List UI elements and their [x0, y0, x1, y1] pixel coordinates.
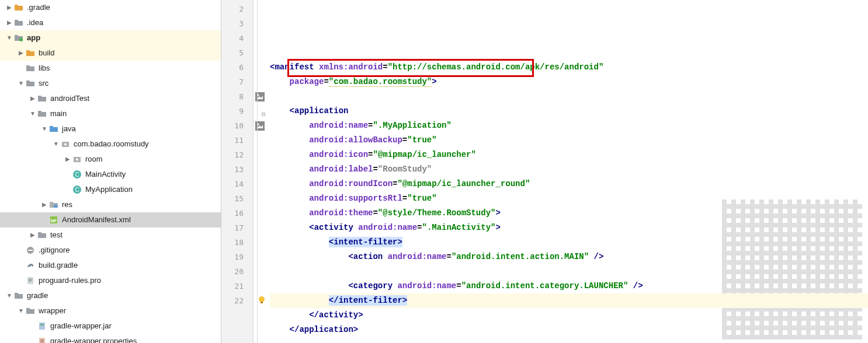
tree-node-label: libs — [39, 61, 50, 76]
chevron-down-icon[interactable]: ▼ — [18, 76, 25, 91]
code-line[interactable]: android:label="RoomStudy" — [270, 162, 868, 177]
folder-gray-icon — [26, 306, 35, 316]
tree-node-gradle-wrapper-properties[interactable]: ▶gradle-wrapper.properties — [0, 334, 221, 343]
tree-node-label: app — [27, 30, 40, 46]
code-line[interactable]: <category android:name="android.intent.c… — [270, 279, 868, 293]
code-editor[interactable]: <manifest xmlns:android="http://schemas.… — [254, 0, 868, 343]
chevron-down-icon[interactable]: ▼ — [41, 121, 48, 136]
project-tree[interactable]: ▶.gradle▶.idea▼app▶build▶libs▼src▶androi… — [0, 0, 221, 343]
tree-node--gradle[interactable]: ▶.gradle — [0, 0, 221, 15]
tree-node-com-badao-roomstudy[interactable]: ▼com.badao.roomstudy — [0, 136, 221, 152]
tree-node-room[interactable]: ▶room — [0, 152, 221, 167]
code-line[interactable]: android:roundIcon="@mipmap/ic_launcher_r… — [270, 177, 868, 191]
tree-node-build-gradle[interactable]: ▶build.gradle — [0, 258, 221, 273]
editor-gutter: 2345678910111213141516171819202122 — [221, 0, 254, 343]
gutter-line-number: 18 — [221, 235, 253, 250]
gutter-line-number: 4 — [221, 31, 253, 46]
chevron-down-icon[interactable]: ▼ — [18, 303, 25, 318]
code-line[interactable]: <activity android:name=".MainActivity"> — [270, 220, 868, 235]
svg-rect-16 — [29, 280, 32, 281]
chevron-down-icon[interactable]: ▼ — [6, 30, 13, 46]
svg-text:C: C — [75, 187, 79, 193]
tree-node-label: gradle-wrapper.properties — [50, 334, 137, 343]
class-icon: C — [72, 185, 82, 194]
tree-node-myapplication[interactable]: ▶CMyApplication — [0, 182, 221, 197]
folder-res-icon — [49, 200, 58, 209]
code-line[interactable]: package="com.badao.roomstudy"> — [270, 75, 868, 89]
package-icon — [61, 139, 70, 149]
code-line[interactable]: </application> — [270, 323, 868, 337]
chevron-right-icon[interactable]: ▶ — [18, 46, 25, 61]
tree-node-label: .idea — [27, 15, 43, 30]
tree-node-java[interactable]: ▼java — [0, 121, 221, 136]
class-icon: C — [72, 170, 82, 179]
svg-rect-22 — [40, 340, 44, 340]
tree-node-res[interactable]: ▶res — [0, 197, 221, 212]
gutter-line-number: 13 — [221, 162, 253, 177]
folder-gray-icon — [26, 64, 35, 73]
tree-node-androidtest[interactable]: ▶androidTest — [0, 91, 221, 106]
chevron-down-icon[interactable]: ▼ — [6, 288, 13, 303]
folder-gray-icon — [14, 291, 23, 300]
chevron-right-icon[interactable]: ▶ — [6, 0, 13, 15]
tree-node-libs[interactable]: ▶libs — [0, 61, 221, 76]
code-line[interactable] — [270, 337, 868, 343]
code-line[interactable]: android:icon="@mipmap/ic_launcher" — [270, 148, 868, 162]
chevron-down-icon[interactable]: ▼ — [53, 136, 60, 152]
code-line[interactable]: <action android:name="android.intent.act… — [270, 250, 868, 264]
tree-node-test[interactable]: ▶test — [0, 228, 221, 243]
tree-node-androidmanifest-xml[interactable]: ▶MFAndroidManifest.xml — [0, 212, 221, 228]
gutter-line-number: 9 — [221, 104, 253, 118]
tree-node-app[interactable]: ▼app — [0, 30, 221, 46]
code-line[interactable]: <intent-filter> — [270, 235, 868, 250]
tree-node-gradle-wrapper-jar[interactable]: ▶gradle-wrapper.jar — [0, 318, 221, 334]
code-line[interactable]: android:theme="@style/Theme.RoomStudy"> — [270, 206, 868, 220]
code-line[interactable]: android:allowBackup="true" — [270, 133, 868, 148]
code-line[interactable] — [270, 89, 868, 104]
svg-rect-24 — [40, 342, 44, 342]
tree-node-label: test — [50, 228, 63, 243]
code-line[interactable]: <application⊟ — [270, 104, 868, 118]
txt-icon — [26, 276, 35, 285]
intention-bulb-icon[interactable] — [257, 295, 266, 304]
tree-node--gitignore[interactable]: ▶.gitignore — [0, 243, 221, 258]
svg-rect-32 — [261, 302, 263, 303]
gutter-line-number: 19 — [221, 250, 253, 264]
svg-point-31 — [259, 296, 265, 302]
chevron-down-icon[interactable]: ▼ — [29, 106, 36, 121]
svg-point-0 — [19, 38, 23, 41]
svg-rect-17 — [29, 281, 31, 282]
tree-node-src[interactable]: ▼src — [0, 76, 221, 91]
svg-point-2 — [64, 144, 67, 146]
code-line[interactable]: </activity> — [270, 308, 868, 323]
gradle-icon — [26, 261, 35, 270]
tree-node-proguard-rules-pro[interactable]: ▶proguard-rules.pro — [0, 273, 221, 288]
folder-gray-icon — [14, 18, 23, 27]
tree-node-wrapper[interactable]: ▼wrapper — [0, 303, 221, 318]
chevron-right-icon[interactable]: ▶ — [29, 228, 36, 243]
code-line[interactable]: </intent-filter> — [270, 293, 868, 308]
chevron-right-icon[interactable]: ▶ — [64, 152, 71, 167]
folder-gray-icon — [37, 230, 47, 240]
tree-node--idea[interactable]: ▶.idea — [0, 15, 221, 30]
svg-text:MF: MF — [51, 219, 57, 223]
tree-node-label: wrapper — [39, 303, 66, 318]
code-line[interactable]: <manifest xmlns:android="http://schemas.… — [270, 60, 868, 75]
tree-node-build[interactable]: ▶build — [0, 46, 221, 61]
tree-node-main[interactable]: ▼main — [0, 106, 221, 121]
chevron-right-icon[interactable]: ▶ — [6, 15, 13, 30]
fold-toggle-icon[interactable]: ⊟ — [262, 107, 268, 113]
code-line[interactable] — [270, 264, 868, 279]
chevron-right-icon[interactable]: ▶ — [41, 197, 48, 212]
tree-node-label: java — [62, 121, 76, 136]
code-line[interactable]: android:name=".MyApplication" — [270, 118, 868, 133]
code-line[interactable]: android:supportsRtl="true" — [270, 191, 868, 206]
gutter-line-number: 2 — [221, 2, 253, 16]
tree-node-label: main — [50, 106, 67, 121]
props-icon — [37, 337, 47, 343]
chevron-right-icon[interactable]: ▶ — [29, 91, 36, 106]
tree-node-gradle[interactable]: ▼gradle — [0, 288, 221, 303]
tree-node-mainactivity[interactable]: ▶CMainActivity — [0, 167, 221, 182]
gutter-line-number: 22 — [221, 293, 253, 308]
tree-node-label: gradle — [27, 288, 48, 303]
